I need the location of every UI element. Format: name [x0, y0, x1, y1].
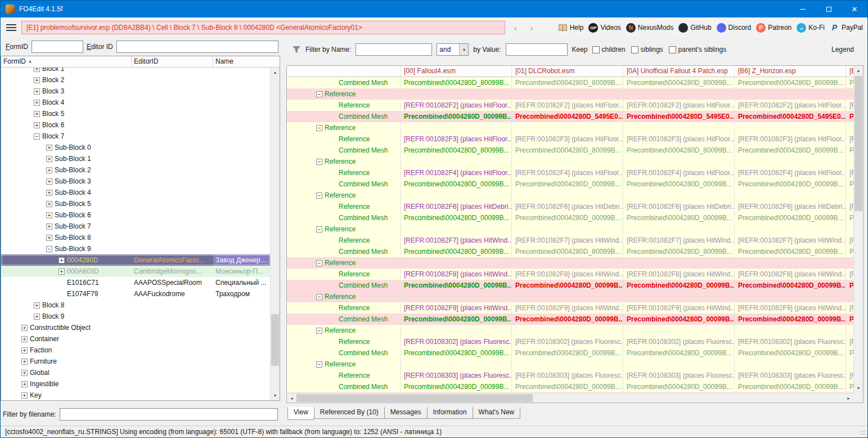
grid-cell[interactable]: Precombined\0004280D_80099B... — [623, 145, 735, 156]
grid-cell[interactable]: Precombined\0004280D_80099B... — [401, 77, 512, 88]
grid-cell[interactable]: [REFR:00108303] (places Fluoresc... — [735, 370, 846, 381]
help-link[interactable]: Help — [558, 23, 584, 33]
grid-row[interactable]: Reference[REFR:001082F8] (places HitWind… — [287, 269, 853, 280]
grid-cell[interactable] — [735, 122, 846, 133]
grid-cell[interactable]: Precombined\0004280D_00099B... — [735, 280, 846, 291]
grid-cell[interactable] — [623, 122, 735, 133]
grid-cell[interactable] — [401, 257, 512, 269]
grid-cell[interactable]: [REFR:001082F6] (places HitDebri... — [512, 201, 623, 212]
grid-cell[interactable] — [735, 190, 846, 201]
patreon-link[interactable]: PPatreon — [756, 23, 791, 33]
grid-row[interactable]: Reference[REFR:001082F2] (places HitFloo… — [287, 100, 853, 111]
grid-cell[interactable]: Precombined\0004280D_00099B... — [623, 381, 735, 392]
grid-cell[interactable]: [REFR:00108303] (places Fluoresc... — [401, 370, 512, 381]
editorid-input[interactable] — [116, 41, 278, 53]
formid-input[interactable] — [32, 41, 83, 53]
grid-cell[interactable]: Precombined\0004280D_80099B... — [623, 77, 735, 88]
grid-cell[interactable]: Precombined\0004280D_00099B... — [623, 314, 735, 325]
tree-row[interactable]: +Sub-Block 4 — [1, 187, 270, 198]
videos-link[interactable]: GPVideos — [588, 23, 620, 33]
expand-icon[interactable]: + — [46, 190, 52, 196]
checkbox-icon[interactable] — [631, 46, 638, 53]
tab-what-s-new[interactable]: What's New — [473, 407, 521, 419]
tree-row[interactable]: +000A603DCambridgeMonsigno...Монсиньор-П… — [1, 266, 270, 277]
tree-row[interactable]: +Sub-Block 3 — [1, 176, 270, 187]
tree-row[interactable]: +Key — [1, 390, 270, 400]
grid-cell[interactable] — [401, 224, 512, 235]
expand-icon[interactable]: + — [46, 167, 52, 173]
grid-cell[interactable]: [REFR:001082F6] (places HitDebri... — [623, 201, 735, 212]
grid-row[interactable]: Reference[REFR:001082F6] (places HitDebr… — [287, 201, 853, 212]
grid-cell[interactable]: [REFR:001082F2] (places HitFloor... — [401, 100, 512, 111]
keep-children-checkbox[interactable]: children — [592, 46, 626, 53]
expand-icon[interactable]: + — [34, 122, 40, 128]
tree-row[interactable]: −Sub-Block 9 — [1, 243, 270, 254]
grid-cell[interactable] — [401, 156, 512, 167]
tree-row[interactable]: +Block 3 — [1, 86, 270, 97]
grid-cell[interactable] — [512, 156, 623, 167]
tree-row[interactable]: +Block 4 — [1, 97, 270, 108]
expand-icon[interactable]: + — [34, 100, 40, 106]
tree-row[interactable]: E1074F79AAAFuckodromeТраходром — [1, 288, 270, 300]
grid-cell[interactable]: Precombined\0004280D_00099B... — [623, 178, 735, 190]
grid-cell[interactable]: Precombined\0004280D_00099B... — [735, 347, 846, 359]
grid-cell[interactable]: Precombined\0004280D_00099B... — [512, 381, 623, 392]
collapse-icon[interactable]: − — [46, 246, 52, 252]
grid-cell[interactable] — [401, 291, 512, 302]
grid-cell[interactable]: [REFR:001082F7] (places HitWind... — [623, 235, 735, 246]
grid-cell[interactable]: Precombined\0004280D_80099B... — [512, 145, 623, 156]
expand-icon[interactable]: + — [34, 88, 40, 95]
tree-scrollbar-thumb[interactable] — [271, 314, 279, 366]
grid-cell[interactable] — [623, 359, 735, 370]
grid-cell[interactable] — [735, 156, 846, 167]
grid-cell[interactable]: Precombined\0004280D_00099B... — [735, 178, 846, 190]
grid-cell[interactable]: Precombined\0004280D_00099B... — [512, 178, 623, 190]
grid-vertical-scrollbar[interactable]: ▲ ▼ — [853, 66, 863, 393]
legend-link[interactable]: Legend — [831, 46, 862, 53]
grid-row[interactable]: Combined MeshPrecombined\0004280D_80099B… — [287, 246, 853, 257]
tab-referenced-by-10-[interactable]: Referenced By (10) — [314, 407, 385, 419]
grid-cell[interactable]: Precombined\0004280D_80099B... — [401, 145, 512, 156]
tab-messages[interactable]: Messages — [384, 407, 428, 419]
tree-row[interactable]: +Sub-Block 2 — [1, 164, 270, 176]
collapse-icon[interactable]: − — [316, 294, 322, 300]
grid-row[interactable]: Combined MeshPrecombined\0004280D_00099B… — [287, 212, 853, 224]
grid-cell[interactable]: [REFR:001082F3] (places HitFloor... — [512, 133, 623, 145]
grid-column-header[interactable]: [B6] Z_Horizon.esp — [735, 66, 846, 77]
expand-icon[interactable]: + — [34, 77, 40, 83]
keep-parent-s-siblings-checkbox[interactable]: parent's siblings — [669, 46, 727, 53]
expand-icon[interactable]: + — [34, 111, 40, 117]
tree-row[interactable]: −Block 7 — [1, 131, 270, 142]
grid-row[interactable]: Reference[REFR:001082F7] (places HitWind… — [287, 235, 853, 246]
tree-row[interactable]: E1016C71AAAPOSSpecialRoomСпециальный ... — [1, 277, 270, 288]
grid-cell[interactable] — [735, 325, 846, 336]
grid-cell[interactable]: [REFR:001082F9] (places HitWind... — [512, 302, 623, 314]
grid-cell[interactable]: Precombined\0004280D_80099B... — [735, 145, 846, 156]
collapse-icon[interactable]: − — [316, 328, 322, 334]
grid-cell[interactable] — [735, 359, 846, 370]
scroll-down-icon[interactable]: ▼ — [271, 391, 280, 400]
grid-cell[interactable]: [REFR:001082F2] (places HitFloor... — [623, 100, 735, 111]
grid-cell[interactable] — [623, 156, 735, 167]
minimize-button[interactable] — [790, 1, 816, 17]
grid-row[interactable]: −Reference — [287, 190, 853, 201]
expand-icon[interactable]: + — [34, 68, 40, 72]
grid-cell[interactable] — [623, 190, 735, 201]
collapse-icon[interactable]: − — [316, 193, 322, 199]
filter-value-input[interactable] — [506, 43, 568, 56]
filter-operator-select[interactable]: and ▼ — [437, 43, 469, 56]
grid-cell[interactable] — [512, 325, 623, 336]
grid-cell[interactable] — [512, 291, 623, 302]
tree-row[interactable]: +Block 8 — [1, 300, 270, 311]
grid-cell[interactable]: [REFR:001082F8] (places HitWind... — [401, 269, 512, 280]
grid-cell[interactable]: Precombined\0004280D_80099B... — [735, 246, 846, 257]
forward-button[interactable]: › — [525, 21, 538, 34]
nexusmods-link[interactable]: NNexusMods — [626, 23, 673, 33]
expand-icon[interactable]: + — [46, 212, 52, 218]
tree-header-formid[interactable]: FormID▲ — [1, 56, 132, 67]
grid-cell[interactable] — [623, 325, 735, 336]
paypal-link[interactable]: PPayPal — [830, 23, 863, 33]
expand-icon[interactable]: + — [46, 224, 52, 230]
grid-row[interactable]: Combined MeshPrecombined\0004280D_00099B… — [287, 347, 853, 359]
grid-row[interactable]: Combined MeshPrecombined\0004280D_00099B… — [287, 280, 853, 291]
